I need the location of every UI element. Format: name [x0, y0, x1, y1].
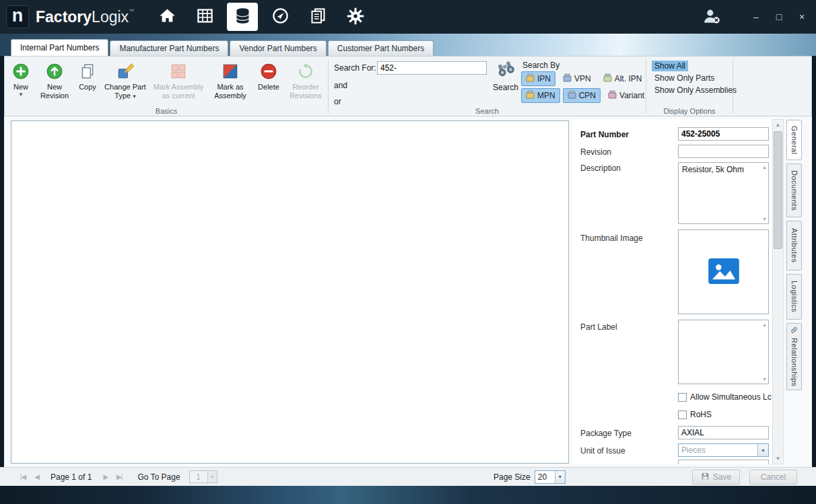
worksheet-grid-icon [196, 7, 214, 27]
copy-button[interactable]: Copy [76, 59, 99, 92]
main-content: Part Number Revision Description Resisto… [4, 116, 812, 467]
save-label: Save [713, 472, 731, 482]
titlebar-right: – □ × [702, 7, 808, 27]
filter-mpn-toggle[interactable]: MPN [521, 88, 560, 103]
basics-group-label: Basics [5, 107, 328, 115]
tab-vendor-part-numbers[interactable]: Vendor Part Numbers [230, 40, 326, 56]
side-tab-documents[interactable]: Documents [786, 164, 802, 217]
show-only-assemblies-option[interactable]: Show Only Assemblies [652, 85, 739, 96]
detail-side-tabs: General Documents Attributes Logistics R… [786, 120, 803, 390]
statusbar: |◀ ◀ Page 1 of 1 ▶ ▶| Go To Page 1 ▾ Pag… [0, 467, 816, 486]
nav-worksheets-button[interactable] [189, 3, 220, 31]
top-tabs: Internal Part Numbers Manufacturer Part … [11, 39, 435, 56]
user-logout-icon [702, 17, 722, 27]
go-to-page-caret-icon: ▾ [207, 471, 217, 482]
page-size-caret-icon[interactable]: ▾ [555, 471, 565, 483]
part-label-scroll-up-icon[interactable]: ▲ [762, 322, 767, 327]
trademark-symbol: ™ [129, 8, 134, 14]
filter-alt-ipn-toggle[interactable]: Alt. IPN [599, 71, 647, 86]
side-tab-general[interactable]: General [786, 120, 802, 160]
relationships-link-icon [790, 326, 798, 336]
filter-ipn-toggle[interactable]: IPN [521, 71, 555, 86]
rohs-checkbox[interactable] [678, 410, 687, 419]
scrollbar-down-icon[interactable]: ▼ [773, 454, 783, 464]
show-only-parts-option[interactable]: Show Only Parts [652, 73, 717, 83]
delete-button[interactable]: Delete [255, 59, 282, 92]
change-part-type-icon [116, 61, 134, 81]
side-tab-logistics[interactable]: Logistics [786, 274, 802, 320]
go-to-page-select: 1 ▾ [189, 470, 217, 483]
filter-cpn-toggle[interactable]: CPN [563, 88, 601, 103]
tab-internal-part-numbers[interactable]: Internal Part Numbers [11, 39, 108, 56]
ipn-icon [526, 73, 535, 84]
close-button[interactable]: × [796, 12, 808, 22]
description-scroll-up-icon[interactable]: ▲ [762, 165, 767, 170]
page-size-select[interactable]: 20 ▾ [535, 470, 566, 484]
mark-assembly-current-icon [170, 61, 187, 81]
package-type-input[interactable] [678, 426, 769, 439]
filter-cpn-label: CPN [579, 91, 596, 100]
side-tab-attributes[interactable]: Attributes [786, 221, 802, 271]
part-label-textarea[interactable]: ▲ ▼ [678, 320, 769, 384]
filter-mpn-label: MPN [537, 91, 555, 100]
part-number-label: Part Number [580, 130, 629, 139]
ribbon-toolbar: New ▾ New Revision Copy Change Part Type… [4, 56, 812, 116]
mark-assembly-current-button: Mark Assembly as current [151, 59, 205, 100]
unit-of-issue-label: Unit of Issue [580, 446, 625, 456]
image-placeholder-icon [708, 258, 739, 286]
search-and-label: and [334, 81, 347, 90]
unit-of-issue-caret-icon[interactable]: ▾ [757, 444, 768, 456]
save-floppy-icon [701, 472, 710, 482]
copy-icon [79, 61, 96, 81]
scrollbar-thumb[interactable] [774, 131, 782, 249]
scrollbar-up-icon[interactable]: ▲ [773, 120, 783, 130]
revision-label: Revision [580, 147, 611, 157]
mark-as-assembly-button[interactable]: Mark as Assembly [209, 59, 251, 100]
save-button[interactable]: Save [692, 470, 740, 484]
change-part-type-button[interactable]: Change Part Type ▾ [103, 59, 147, 100]
app-title: FactoryLogix™ [36, 8, 134, 26]
side-tab-relationships[interactable]: Relationships [786, 323, 802, 390]
rohs-row: RoHS [678, 410, 712, 419]
minimize-button[interactable]: – [750, 12, 762, 22]
part-number-input[interactable] [678, 127, 769, 141]
form-scrollbar[interactable]: ▲ ▼ [772, 119, 784, 464]
allow-simultaneous-checkbox[interactable] [678, 393, 687, 402]
search-input[interactable] [377, 61, 487, 75]
thumbnail-image-box[interactable] [678, 229, 769, 314]
revision-input[interactable] [678, 145, 769, 158]
next-page-icon: ▶ [103, 473, 108, 480]
nav-parts-button[interactable] [227, 3, 258, 31]
filter-vpn-toggle[interactable]: VPN [558, 71, 596, 86]
part-results-list[interactable] [11, 120, 569, 464]
brand-factory: Factory [36, 8, 92, 26]
last-page-icon: ▶| [116, 473, 122, 480]
logout-user-button[interactable] [702, 7, 722, 27]
nav-home-button[interactable] [151, 3, 182, 31]
part-detail-form: Part Number Revision Description Resisto… [572, 119, 772, 464]
nav-documents-button[interactable] [302, 3, 333, 31]
description-textarea[interactable]: Resistor, 5k Ohm ▲ ▼ [678, 162, 769, 224]
tab-customer-part-numbers[interactable]: Customer Part Numbers [328, 40, 434, 56]
app-logo: n [6, 5, 29, 28]
tab-manufacturer-part-numbers[interactable]: Manufacturer Part Numbers [110, 40, 228, 56]
nav-navigator-button[interactable] [265, 3, 296, 31]
show-all-option[interactable]: Show All [652, 61, 688, 71]
new-button[interactable]: New ▾ [9, 59, 33, 98]
part-label-scroll-down-icon[interactable]: ▼ [762, 377, 767, 382]
filter-variant-toggle[interactable]: Variant [603, 88, 649, 103]
display-options-group-label: Display Options [646, 107, 733, 115]
page-indicator: Page 1 of 1 [50, 472, 92, 482]
parts-database-icon [234, 7, 252, 27]
cancel-button[interactable]: Cancel [749, 470, 797, 484]
previous-page-icon: ◀ [34, 473, 39, 480]
nav-settings-button[interactable] [340, 3, 371, 31]
new-revision-button[interactable]: New Revision [37, 59, 72, 100]
search-button[interactable]: Search [489, 60, 522, 92]
description-scroll-down-icon[interactable]: ▼ [762, 217, 767, 221]
rohs-label: RoHS [690, 410, 712, 419]
unit-of-issue-select[interactable]: Pieces ▾ [678, 443, 769, 457]
maximize-button[interactable]: □ [773, 12, 785, 22]
ribbon-group-search: Search For: and or Search Search By IPN … [329, 57, 646, 116]
filter-ipn-label: IPN [537, 74, 551, 83]
